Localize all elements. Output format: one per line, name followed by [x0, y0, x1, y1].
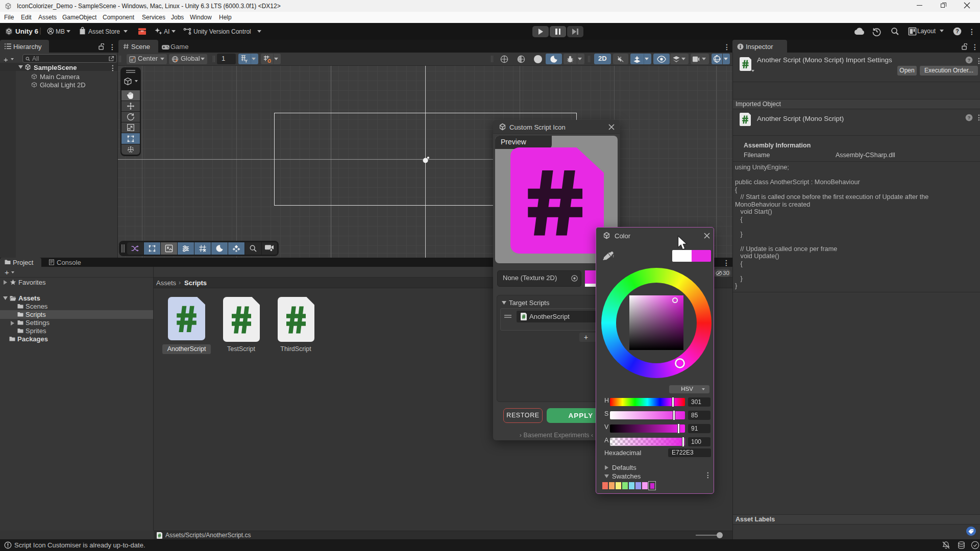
svg-text:?: ?: [955, 28, 959, 34]
svg-text:?: ?: [968, 115, 971, 120]
svg-text:?: ?: [968, 58, 971, 63]
